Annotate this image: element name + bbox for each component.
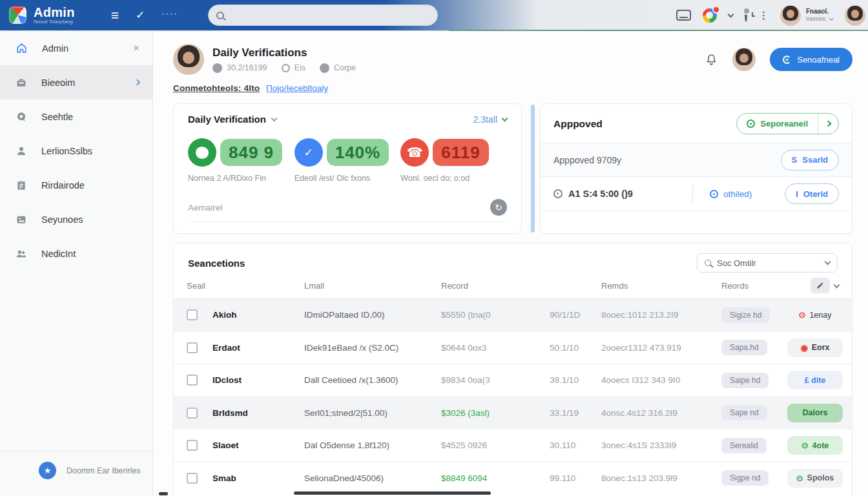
chevron-down-icon[interactable] [728,11,734,17]
header-avatar[interactable] [732,48,756,71]
bird-icon: ★ [39,462,56,479]
approved-summary-row: Apppoved 9709y S Ssarld [541,143,852,177]
column-header[interactable]: Remds [601,281,721,291]
horizontal-scrollbar[interactable] [294,491,491,495]
sidebar-item-nedicint[interactable]: NedicInt [0,236,152,271]
primary-action-button[interactable]: Senoafneal [770,48,852,71]
card-title: Apppoved [553,118,603,130]
home-icon [16,42,28,54]
row-checkbox[interactable] [187,342,198,353]
secondary-avatar[interactable] [845,5,865,26]
download-button[interactable]: I Oterld [785,183,839,204]
profile-avatar[interactable] [173,44,204,75]
row-action-button[interactable]: ◉Eorx [787,338,843,357]
table-edit-control[interactable] [811,278,839,293]
card-title-dropdown[interactable]: Daily Verification [188,114,276,125]
schedule-status[interactable]: othiled) [692,184,752,203]
main-content: Daily Verifications 30.2/16199 Eis Corpe… [153,31,868,496]
global-search[interactable] [208,5,438,26]
send-button[interactable]: S Ssarld [781,150,839,170]
history-button[interactable] [745,10,747,21]
sidebar-item-seyunoes[interactable]: Seyunoes [0,202,152,236]
row-action-button[interactable]: ⊙4ote [787,436,843,455]
sidebar-item-admin[interactable]: Admin × [0,31,152,65]
user-name: Fnaaol. [806,8,833,16]
row-action-button[interactable]: Dalors [787,404,843,422]
row-checkbox[interactable] [187,440,198,451]
user-menu[interactable]: Fnaaol. Iravoes: [780,5,833,26]
transactions-card: Seancetions Soc Omtilr Seail Lmall Recor… [173,243,852,496]
check-icon[interactable]: ✓ [136,8,145,22]
row-checkbox[interactable] [187,408,198,418]
check-shield-icon: ✓ [294,138,323,167]
hamburger-menu-icon[interactable]: ≡ [111,8,119,23]
cell-name: Smab [212,473,304,483]
sidebar-item-rirdairode[interactable]: Rirdairode [0,168,152,202]
column-header[interactable]: Lmall [304,281,441,291]
breadcrumb-current: Conmetohteols: 4lto [173,83,260,93]
notification-badge [712,6,720,14]
cell-id: 99.110 [550,473,601,483]
target-icon [747,119,755,128]
cell-email: IDek91eBaed /x (S2.0C) [304,343,441,353]
sidebar-item-bieeoim[interactable]: Bieeoim [0,65,152,99]
sidebar-item-label: LerlionSslbs [41,146,140,156]
detail-link[interactable]: 2.3tall [473,114,507,125]
bell-icon[interactable] [705,53,718,67]
status-badge: Sigize hd [721,307,770,323]
breadcrumb-link[interactable]: Пojo/Iecebltoaly [266,83,328,93]
row-checkbox[interactable] [187,375,198,386]
navbar-accent-line [449,30,868,31]
sidebar-footer[interactable]: ★ Doomm Ear Iberirles [0,451,152,490]
sidebar-item-label: Seehtle [41,112,140,122]
cell-record: $9834 0oa(3 [441,375,550,385]
cell-record: $5550 (tna(0 [441,310,550,320]
keyboard-icon[interactable] [676,10,691,21]
brand-logo-icon[interactable] [9,6,26,24]
column-header[interactable]: Reords [721,281,787,291]
close-icon[interactable]: × [133,42,140,55]
chevron-right-button[interactable] [818,114,838,134]
search-icon [705,260,711,266]
sidebar-item-seehtle[interactable]: Seehtle [0,99,152,134]
edit-pencil-icon[interactable] [811,278,830,293]
status-icon [282,64,290,72]
sidebar-item-lerlionsslbs[interactable]: LerlionSslbs [0,134,152,168]
column-header[interactable]: Record [441,281,550,291]
user-role: Iravoes: [806,16,833,23]
cell-name: Erdaot [212,343,304,353]
status-badge: Serealid [721,438,767,453]
row-checkbox[interactable] [187,473,198,484]
approve-split-button[interactable]: Seporeaneil [736,113,839,134]
download-icon: I [796,189,798,199]
sync-icon [783,56,791,64]
row-checkbox[interactable] [187,309,198,320]
cell-ref: 4ooecs I312 343 9I0 [601,375,721,385]
error-dot-icon: ◉ [800,343,807,353]
chevron-down-icon [271,115,277,121]
google-apps-icon[interactable] [703,8,717,23]
row-action-button[interactable]: £ dite [787,371,843,389]
search-input[interactable] [229,10,429,20]
chevron-down-icon [834,282,840,288]
cell-record: $3026 (3asl) [441,408,550,418]
brand-name: Admin [34,6,75,19]
table-filter-select[interactable]: Soc Omtilr [697,253,838,273]
column-header[interactable]: Seail [187,281,304,291]
cell-name: Slaoet [212,440,304,450]
table-row: Erdaot IDek91eBaed /x (S2.0C) $0644 0ox3… [174,331,852,364]
meta-value: Eis [294,63,305,72]
person-icon [16,145,27,157]
ellipsis-icon[interactable]: ···· [161,8,178,18]
success-circle-icon [188,138,216,167]
status-badge: Saipe hd [721,373,769,388]
approved-summary-label: Apppoved 9709y [553,155,621,165]
refresh-icon[interactable]: ↻ [490,199,507,216]
cell-ref: 3onec:4s1S 2333I9 [601,440,721,450]
stats-row: 849 9 Nornea 2 A/RDixo Fin ✓ 140% Edeoll… [188,138,507,183]
more-vertical-icon[interactable]: ⋮ [759,10,769,21]
row-action-button[interactable]: ⊙1enay [787,305,843,324]
row-action-button[interactable]: ⊙Spolos [787,469,843,488]
scrollbar-fragment[interactable] [159,492,168,495]
brand[interactable]: Admin Nouut Toaoptaog [34,6,75,25]
